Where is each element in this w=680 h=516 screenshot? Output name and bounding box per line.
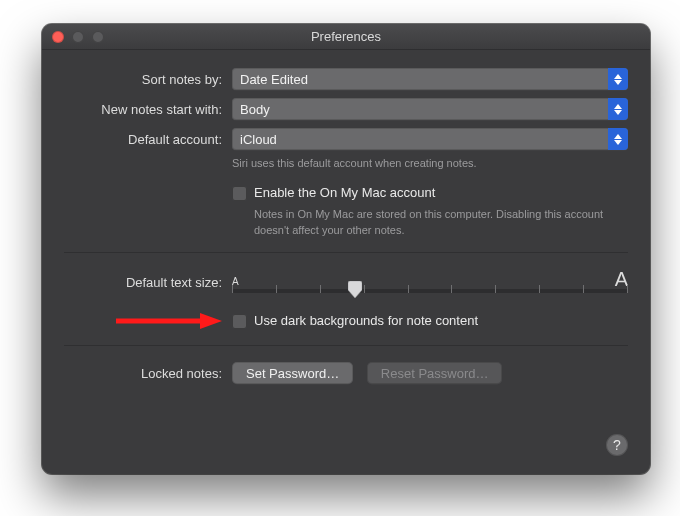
- titlebar: Preferences: [42, 24, 650, 50]
- dark-backgrounds-row: Use dark backgrounds for note content: [64, 311, 628, 331]
- dark-backgrounds-label: Use dark backgrounds for note content: [254, 313, 478, 328]
- sort-notes-label: Sort notes by:: [64, 72, 232, 87]
- dark-backgrounds-checkbox-row: Use dark backgrounds for note content: [232, 313, 628, 329]
- help-glyph: ?: [613, 437, 621, 453]
- default-account-label: Default account:: [64, 132, 232, 147]
- enable-onmymac-checkbox[interactable]: [232, 186, 247, 201]
- text-size-slider-thumb[interactable]: [348, 281, 362, 298]
- set-password-button[interactable]: Set Password…: [232, 362, 353, 384]
- select-stepper-icon: [608, 128, 628, 150]
- locked-notes-label: Locked notes:: [64, 366, 232, 381]
- sort-notes-row: Sort notes by: Date Edited: [64, 68, 628, 90]
- window-title: Preferences: [42, 29, 650, 44]
- text-size-slider[interactable]: [232, 289, 628, 293]
- reset-password-button: Reset Password…: [367, 362, 503, 384]
- default-account-select[interactable]: iCloud: [232, 128, 628, 150]
- locked-notes-row: Locked notes: Set Password… Reset Passwo…: [64, 362, 628, 384]
- default-account-hint: Siri uses this default account when crea…: [232, 152, 628, 171]
- section-divider: [64, 252, 628, 253]
- window-controls: [52, 31, 104, 43]
- callout-arrow-icon: [114, 311, 224, 331]
- preferences-window: Preferences Sort notes by: Date Edited N…: [42, 24, 650, 474]
- select-stepper-icon: [608, 98, 628, 120]
- minimize-window-button[interactable]: [72, 31, 84, 43]
- new-notes-value: Body: [240, 102, 270, 117]
- default-account-row: Default account: iCloud: [64, 128, 628, 150]
- new-notes-row: New notes start with: Body: [64, 98, 628, 120]
- new-notes-select[interactable]: Body: [232, 98, 628, 120]
- enable-onmymac-label: Enable the On My Mac account: [254, 185, 435, 200]
- section-divider: [64, 345, 628, 346]
- enable-onmymac-hint: Notes in On My Mac are stored on this co…: [232, 203, 628, 238]
- zoom-window-button[interactable]: [92, 31, 104, 43]
- new-notes-label: New notes start with:: [64, 102, 232, 117]
- default-text-size-row: Default text size: A A: [64, 269, 628, 293]
- sort-notes-value: Date Edited: [240, 72, 308, 87]
- default-text-size-label: Default text size:: [64, 269, 232, 290]
- enable-onmymac-checkbox-row: Enable the On My Mac account: [232, 185, 628, 201]
- preferences-content: Sort notes by: Date Edited New notes sta…: [42, 50, 650, 400]
- select-stepper-icon: [608, 68, 628, 90]
- close-window-button[interactable]: [52, 31, 64, 43]
- default-account-value: iCloud: [240, 132, 277, 147]
- dark-backgrounds-checkbox[interactable]: [232, 314, 247, 329]
- help-button[interactable]: ?: [606, 434, 628, 456]
- sort-notes-select[interactable]: Date Edited: [232, 68, 628, 90]
